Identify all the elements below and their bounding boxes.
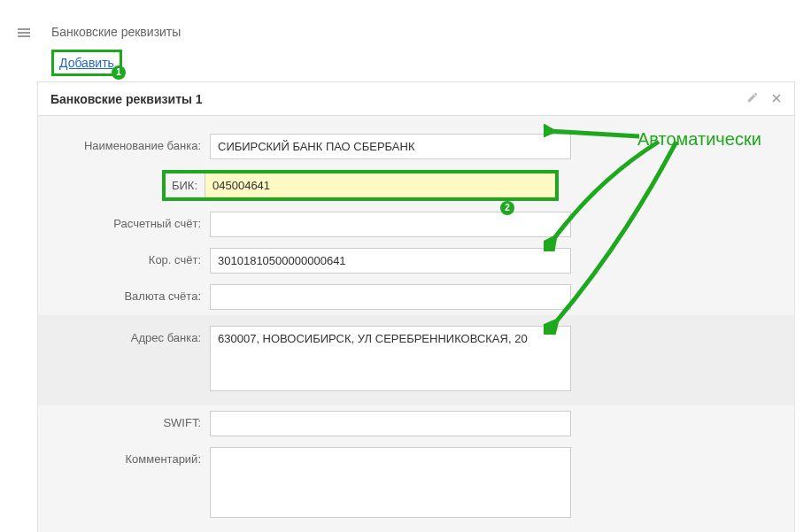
bank-name-label: Наименование банка: — [47, 134, 210, 152]
edit-icon[interactable] — [746, 91, 759, 106]
panel-title: Банковские реквизиты 1 — [50, 92, 203, 106]
panel-header: Банковские реквизиты 1 — [37, 81, 795, 116]
comment-label: Комментарий: — [47, 447, 210, 466]
swift-input[interactable] — [210, 411, 571, 436]
settlement-account-label: Расчетный счёт: — [47, 212, 210, 230]
close-icon[interactable] — [771, 91, 782, 106]
auto-annotation: Автоматически — [637, 129, 761, 150]
bik-label: БИК: — [166, 179, 205, 192]
menu-icon[interactable] — [18, 27, 30, 39]
corr-account-label: Кор. счёт: — [47, 248, 210, 266]
currency-input[interactable] — [210, 284, 571, 310]
bank-name-input[interactable] — [210, 134, 571, 159]
swift-label: SWIFT: — [47, 411, 210, 429]
currency-label: Валюта счёта: — [47, 284, 210, 303]
section-title: Банковские реквизиты — [51, 25, 181, 39]
comment-input[interactable] — [210, 447, 571, 518]
bank-address-input[interactable] — [210, 326, 571, 391]
panel-body: Наименование банка: БИК: 2 Расчетный счё… — [37, 116, 795, 532]
step-badge-2: 2 — [500, 201, 514, 215]
step-badge-1: 1 — [112, 66, 126, 80]
corr-account-input[interactable] — [210, 248, 571, 274]
settlement-account-input[interactable] — [210, 212, 571, 237]
bank-address-label: Адрес банка: — [47, 326, 210, 344]
bik-input[interactable] — [205, 173, 555, 197]
